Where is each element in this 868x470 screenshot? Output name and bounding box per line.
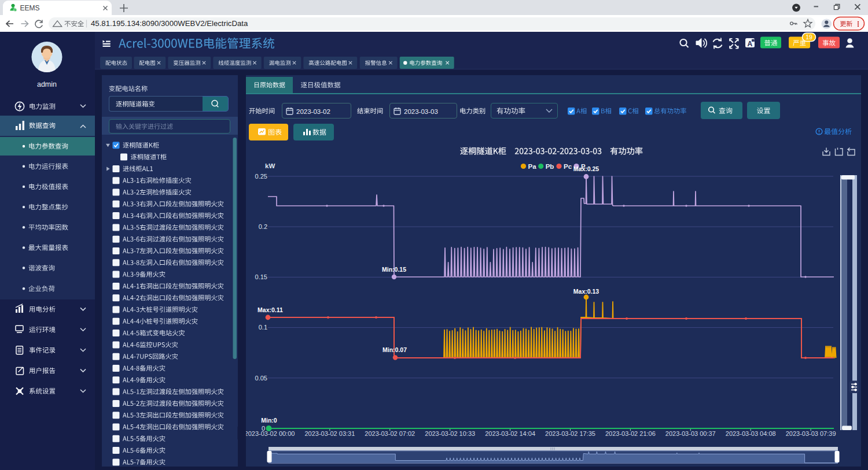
svg-text:Max:0.13: Max:0.13 — [573, 288, 599, 295]
svg-text:0.15: 0.15 — [255, 273, 267, 280]
svg-text:2023-03-02 21:06: 2023-03-02 21:06 — [605, 430, 656, 437]
svg-text:Max:0.25: Max:0.25 — [573, 165, 599, 172]
svg-text:Min:0: Min:0 — [261, 417, 277, 424]
svg-text:2023-03-02 14:04: 2023-03-02 14:04 — [485, 430, 535, 437]
svg-text:2023-03-02 03:31: 2023-03-02 03:31 — [304, 430, 355, 437]
svg-text:45.81.195.134:8090/3000WEBV2/E: 45.81.195.134:8090/3000WEBV2/ElectricDat… — [91, 19, 248, 28]
svg-text:admin: admin — [37, 80, 57, 88]
svg-text:0.2: 0.2 — [259, 223, 267, 230]
svg-text:Pb: Pb — [546, 163, 554, 170]
svg-text:Min:0.07: Min:0.07 — [382, 346, 407, 353]
svg-text:Min:0.15: Min:0.15 — [382, 266, 406, 273]
svg-text:0.25: 0.25 — [255, 173, 267, 180]
svg-text:19: 19 — [806, 34, 812, 40]
svg-text:2023-03-02 00:00: 2023-03-02 00:00 — [245, 430, 295, 437]
svg-text:2023-03-02 17:35: 2023-03-02 17:35 — [545, 430, 595, 437]
svg-text:0.1: 0.1 — [259, 324, 267, 331]
svg-text:2023-03-02 10:33: 2023-03-02 10:33 — [425, 430, 475, 437]
svg-text:Pa: Pa — [528, 163, 537, 170]
svg-text:2023-03-03 00:37: 2023-03-03 00:37 — [665, 430, 716, 437]
svg-text:2023-03-03 04:08: 2023-03-03 04:08 — [726, 430, 776, 437]
svg-text:2023-03-02: 2023-03-02 — [296, 108, 330, 115]
svg-text:2023-03-02 07:02: 2023-03-02 07:02 — [365, 430, 415, 437]
svg-text:2023-03-03: 2023-03-03 — [404, 108, 438, 115]
svg-text:kW: kW — [265, 162, 275, 169]
svg-text:Pc: Pc — [564, 163, 572, 170]
svg-text:0.05: 0.05 — [255, 375, 267, 382]
svg-text:2023-03-03 07:39: 2023-03-03 07:39 — [786, 430, 836, 437]
svg-text:EEMS: EEMS — [20, 4, 40, 12]
svg-text:Max:0.11: Max:0.11 — [258, 306, 283, 313]
